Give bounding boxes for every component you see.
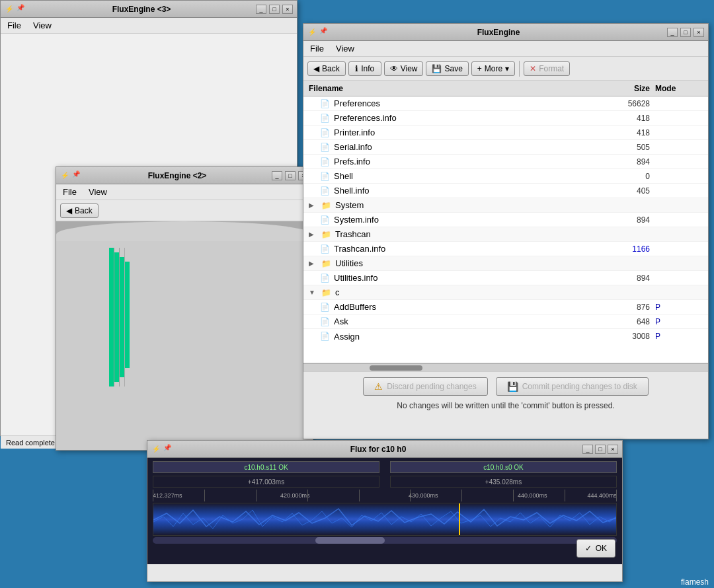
scroll-thumb[interactable] bbox=[370, 365, 422, 371]
doc-icon: 📄 bbox=[319, 215, 330, 225]
format-x-icon: ✕ bbox=[530, 64, 536, 73]
list-item[interactable]: 📄Shell.info 405 bbox=[303, 184, 708, 198]
foldername-system: System bbox=[335, 200, 364, 210]
maximize-main[interactable]: □ bbox=[680, 28, 691, 37]
list-item[interactable]: 📄Utilities.info 894 bbox=[303, 271, 708, 285]
maximize-flux3[interactable]: □ bbox=[269, 5, 280, 14]
file-list-container: Filename Size Mode 📄Preferences 56628 📄P… bbox=[303, 81, 708, 363]
ok-button[interactable]: ✓ OK bbox=[576, 539, 615, 558]
back-button-flux2[interactable]: ◀ Back bbox=[60, 203, 99, 218]
menu-file-flux3[interactable]: File bbox=[5, 19, 24, 32]
expand-utilities-icon[interactable]: ▶ bbox=[309, 260, 317, 267]
discard-button[interactable]: ⚠ Discard pending changes bbox=[363, 377, 487, 396]
filename: Utilities.info bbox=[334, 273, 377, 283]
list-item[interactable]: 📄System.info 894 bbox=[303, 213, 708, 227]
track1-label: c10.h0.s11 OK bbox=[244, 464, 288, 471]
expand-c-icon[interactable]: ▼ bbox=[309, 289, 317, 296]
filename: Printer.info bbox=[334, 128, 375, 137]
no-changes-status: No changes will be written until the 'co… bbox=[311, 401, 700, 410]
save-icon: 💾 bbox=[432, 64, 442, 73]
back-button-main[interactable]: ◀ Back bbox=[307, 61, 346, 76]
toolbar-flux2: ◀ Back bbox=[56, 200, 313, 221]
titlebar-main[interactable]: ⚡ 📌 FluxEngine _ □ × bbox=[303, 24, 708, 41]
list-item[interactable]: 📄Assign 3008 P bbox=[303, 329, 708, 344]
more-label: More bbox=[485, 64, 502, 73]
close-c10[interactable]: × bbox=[608, 445, 618, 454]
close-main[interactable]: × bbox=[694, 28, 704, 37]
folder-row-trashcan[interactable]: ▶ 📁 Trashcan bbox=[303, 227, 708, 242]
list-item[interactable]: 📄Preferences.info 418 bbox=[303, 111, 708, 126]
menu-file-main[interactable]: File bbox=[307, 42, 327, 55]
filesize: 405 bbox=[597, 186, 650, 196]
doc-icon: 📄 bbox=[319, 274, 330, 283]
list-item[interactable]: 📄Preferences 56628 bbox=[303, 96, 708, 111]
minimize-c10[interactable]: _ bbox=[582, 445, 593, 454]
folder-icon-utilities: 📁 bbox=[321, 259, 331, 268]
filesize: 894 bbox=[597, 157, 650, 166]
back-icon-main: ◀ bbox=[313, 64, 319, 73]
maximize-c10[interactable]: □ bbox=[595, 445, 606, 454]
time-bar-2: +435.028ms bbox=[390, 476, 617, 488]
list-item[interactable]: 📄Prefs.info 894 bbox=[303, 155, 708, 169]
maximize-flux2[interactable]: □ bbox=[285, 171, 296, 180]
info-label: Info bbox=[361, 64, 374, 73]
more-button[interactable]: + More ▾ bbox=[471, 61, 515, 76]
titlebar-flux2[interactable]: ⚡ 📌 FluxEngine <2> _ □ × bbox=[56, 167, 313, 184]
waveform-scrollbar[interactable] bbox=[153, 537, 617, 544]
menu-view-flux2[interactable]: View bbox=[86, 186, 110, 198]
filesize: 1166 bbox=[597, 244, 650, 254]
list-item[interactable]: 📄Ask 648 P bbox=[303, 314, 708, 329]
commit-button[interactable]: 💾 Commit pending changes to disk bbox=[496, 377, 649, 396]
expand-system-icon[interactable]: ▶ bbox=[309, 202, 317, 209]
titlebar-flux3[interactable]: ⚡ 📌 FluxEngine <3> _ □ × bbox=[1, 1, 297, 18]
time2-label: +435.028ms bbox=[485, 478, 522, 486]
minimize-main[interactable]: _ bbox=[667, 28, 678, 37]
expand-trashcan-icon[interactable]: ▶ bbox=[309, 231, 317, 238]
view-button[interactable]: 👁 View bbox=[384, 61, 424, 76]
list-item[interactable]: 📄Trashcan.info 1166 bbox=[303, 242, 708, 256]
filesize: 894 bbox=[597, 274, 650, 283]
list-item[interactable]: 📄Printer.info 418 bbox=[303, 126, 708, 140]
minimize-flux2[interactable]: _ bbox=[272, 171, 282, 180]
waveform-scroll-thumb[interactable] bbox=[315, 537, 385, 544]
track-bar-1: c10.h0.s11 OK bbox=[153, 461, 379, 473]
close-flux3[interactable]: × bbox=[282, 5, 293, 14]
menu-view-flux3[interactable]: View bbox=[30, 19, 54, 32]
doc-icon: 📄 bbox=[319, 186, 330, 196]
menu-view-main[interactable]: View bbox=[333, 42, 357, 55]
list-item[interactable]: 📄Serial.info 505 bbox=[303, 140, 708, 155]
bottom-bar-main: ⚠ Discard pending changes 💾 Commit pendi… bbox=[303, 371, 708, 416]
folder-row-c[interactable]: ▼ 📁 c bbox=[303, 285, 708, 300]
chevron-down-icon: ▾ bbox=[505, 64, 509, 73]
app-icon-flux3: ⚡ bbox=[5, 5, 14, 14]
title-flux-c10: Flux for c10 h0 bbox=[174, 445, 582, 454]
folder-icon-system: 📁 bbox=[321, 201, 331, 210]
format-button[interactable]: ✕ Format bbox=[524, 61, 570, 76]
bottom-right-label: flamesh bbox=[676, 576, 714, 588]
foldername-c: c bbox=[335, 287, 340, 297]
info-button[interactable]: ℹ Info bbox=[348, 61, 381, 76]
titlebar-flux-c10[interactable]: ⚡ 📌 Flux for c10 h0 _ □ × bbox=[147, 441, 622, 458]
title-flux2: FluxEngine <2> bbox=[83, 171, 272, 180]
doc-icon: 📄 bbox=[319, 143, 330, 152]
list-item[interactable]: 📄AddBuffers 876 P bbox=[303, 300, 708, 314]
filesize: 56628 bbox=[597, 99, 650, 108]
save-button[interactable]: 💾 Save bbox=[426, 61, 468, 76]
filename: Ask bbox=[334, 316, 348, 326]
pin-icon-c10: 📌 bbox=[163, 444, 174, 455]
col-mode: Mode bbox=[650, 84, 703, 93]
pin-icon-flux2: 📌 bbox=[72, 170, 83, 181]
file-list-header: Filename Size Mode bbox=[303, 81, 708, 96]
doc-icon: 📄 bbox=[319, 128, 330, 137]
folder-row-system[interactable]: ▶ 📁 System bbox=[303, 198, 708, 213]
filename: Shell.info bbox=[334, 186, 369, 196]
status-text-flux3: Read complete bbox=[6, 439, 55, 447]
scroll-bar[interactable] bbox=[303, 363, 708, 371]
filename: Assign bbox=[334, 332, 360, 342]
filename: Preferences bbox=[334, 98, 380, 108]
folder-row-utilities[interactable]: ▶ 📁 Utilities bbox=[303, 256, 708, 271]
menu-file-flux2[interactable]: File bbox=[60, 186, 79, 198]
minimize-flux3[interactable]: _ bbox=[256, 5, 266, 14]
list-item[interactable]: 📄Shell 0 bbox=[303, 169, 708, 184]
info-icon: ℹ bbox=[355, 64, 358, 73]
